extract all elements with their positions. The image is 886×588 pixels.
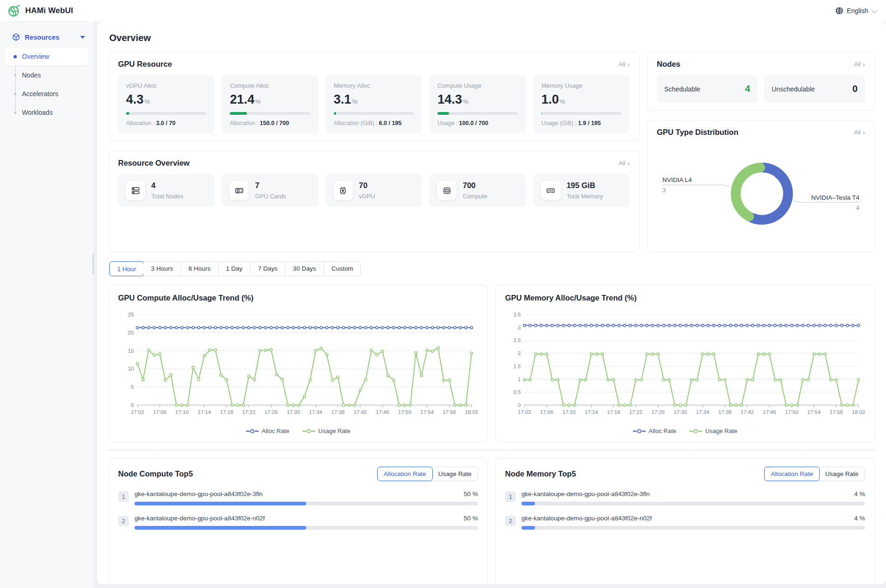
- chevron-right-icon: ›: [627, 61, 630, 68]
- progress-track: [230, 112, 310, 115]
- progress-track: [134, 526, 478, 530]
- allocation-rate-toggle[interactable]: Allocation Rate: [764, 467, 820, 481]
- progress-fill: [334, 112, 336, 115]
- gpu-memory-trend-card: GPU Memory Alloc/Usage Trend (%) 00.511.…: [495, 285, 875, 442]
- svg-text:17:22: 17:22: [629, 409, 642, 415]
- rank-badge: 2: [505, 516, 516, 526]
- sidebar-item-nodes[interactable]: Nodes: [5, 66, 89, 84]
- legend-item[interactable]: Usage Rate: [689, 427, 738, 434]
- svg-text:17:54: 17:54: [808, 409, 821, 415]
- overview-tile-compute: 700 Compute: [429, 174, 526, 207]
- svg-text:17:46: 17:46: [376, 409, 389, 415]
- svg-text:3: 3: [518, 325, 520, 330]
- node-compute-top5-card: Node Compute Top5 Allocation Rate Usage …: [108, 458, 488, 584]
- top5-row: 2 gke-kantaloupe-demo-gpu-pool-a843f02e-…: [505, 515, 865, 530]
- donut-slice-0[interactable]: [752, 168, 788, 220]
- all-label: All: [854, 61, 861, 68]
- svg-text:20: 20: [128, 330, 134, 336]
- gpu-type-all-link[interactable]: All ›: [854, 129, 865, 136]
- chevron-right-icon: ›: [627, 160, 630, 167]
- usage-rate-toggle[interactable]: Usage Rate: [432, 467, 478, 481]
- sidebar-item-label: Workloads: [22, 109, 53, 116]
- svg-text:17:10: 17:10: [176, 409, 189, 415]
- progress-track: [541, 112, 622, 115]
- svg-text:17:10: 17:10: [563, 409, 576, 415]
- sidebar-item-overview[interactable]: Overview: [5, 48, 89, 65]
- tab-6-hours[interactable]: 6 Hours: [181, 262, 218, 276]
- chevron-down-icon: [872, 7, 878, 13]
- stat-detail: Allocation :150.0 / 700: [230, 120, 310, 126]
- tab-30-days[interactable]: 30 Days: [285, 262, 324, 276]
- tab-custom[interactable]: Custom: [324, 262, 361, 276]
- stat-detail: Usage :100.0 / 700: [437, 120, 518, 126]
- memory-rate-toggle: Allocation Rate Usage Rate: [764, 467, 865, 481]
- svg-text:25: 25: [128, 312, 134, 317]
- donut-value: 3: [662, 187, 666, 194]
- overview-value: 4: [151, 181, 183, 190]
- svg-text:5: 5: [131, 384, 134, 390]
- caret-down-icon: [80, 36, 85, 39]
- legend-item[interactable]: Alloc Rate: [246, 427, 289, 434]
- donut-value: 4: [856, 204, 859, 211]
- sidebar-item-label: Overview: [22, 53, 49, 60]
- stat-detail: Allocation (GiB) :6.0 / 195: [334, 120, 414, 126]
- progress-fill: [437, 112, 449, 115]
- gpu-resource-card: GPU Resource All › vGPU Alloc 4.3% Alloc…: [108, 52, 640, 141]
- brand: HAMi WebUI: [7, 4, 73, 17]
- legend-item[interactable]: Alloc Rate: [633, 427, 676, 434]
- overview-value: 195 GiB: [567, 181, 603, 190]
- resource-overview-tiles: 4 Total Nodes 7 GPU Cards: [118, 174, 630, 207]
- svg-text:17:06: 17:06: [153, 409, 166, 415]
- language-selector[interactable]: English: [835, 7, 876, 15]
- tab-1-hour[interactable]: 1 Hour: [109, 261, 144, 276]
- svg-text:0: 0: [518, 402, 520, 408]
- svg-text:1: 1: [518, 377, 520, 382]
- overview-label: vGPU: [359, 193, 375, 200]
- card-title: GPU Type Distribution: [657, 128, 738, 137]
- globe-icon: [835, 7, 844, 15]
- schedulable-label: Schedulable: [664, 85, 700, 93]
- tab-1-day[interactable]: 1 Day: [218, 262, 250, 276]
- sidebar-item-accelerators[interactable]: Accelerators: [5, 85, 89, 103]
- rank-badge: 1: [118, 491, 129, 502]
- sidebar-item-workloads[interactable]: Workloads: [5, 104, 89, 121]
- allocation-rate-toggle[interactable]: Allocation Rate: [377, 467, 433, 481]
- progress-fill: [134, 502, 306, 505]
- overview-tile-vgpu: 70 vGPU: [326, 174, 422, 207]
- sidebar-section-resources[interactable]: Resources: [0, 28, 93, 46]
- gpu-compute-trend-chart: 051015202517:0217:0617:1017:1417:1817:22…: [118, 307, 478, 423]
- total-nodes-icon: [126, 181, 145, 200]
- overview-tile-total-memory: 195 GiB Total Memory: [534, 174, 630, 207]
- page-title: Overview: [109, 33, 875, 43]
- legend-item[interactable]: Usage Rate: [302, 427, 351, 434]
- card-title: Resource Overview: [118, 159, 190, 168]
- svg-text:17:38: 17:38: [331, 409, 345, 415]
- schedulable-tile: Schedulable 4: [657, 75, 758, 103]
- progress-fill: [126, 112, 129, 115]
- overview-value: 7: [255, 181, 286, 190]
- card-title: GPU Resource: [118, 60, 172, 69]
- gpu-resource-all-link[interactable]: All ›: [619, 61, 630, 68]
- usage-rate-toggle[interactable]: Usage Rate: [819, 467, 865, 481]
- progress-fill: [541, 112, 542, 115]
- card-title: Node Compute Top5: [118, 469, 193, 478]
- svg-text:17:58: 17:58: [830, 409, 843, 415]
- stat-label: Compute Alloc: [230, 82, 310, 89]
- svg-text:17:18: 17:18: [220, 409, 233, 415]
- resource-overview-all-link[interactable]: All ›: [619, 160, 630, 167]
- unschedulable-label: Unschedulable: [772, 85, 815, 93]
- sidebar-collapse-handle[interactable]: [92, 254, 94, 274]
- all-label: All: [854, 129, 861, 136]
- nodes-all-link[interactable]: All ›: [854, 61, 865, 68]
- tab-7-days[interactable]: 7 Days: [250, 262, 285, 276]
- stat-value: 21.4%: [230, 93, 310, 106]
- node-name: gke-kantaloupe-demo-gpu-pool-a843f02e-3f…: [134, 490, 263, 497]
- svg-text:17:54: 17:54: [421, 409, 434, 415]
- gpu-resource-stats: vGPU Alloc 4.3% Allocation :3.0 / 70 Com…: [118, 75, 630, 133]
- overview-label: Compute: [463, 193, 487, 200]
- tab-3-hours[interactable]: 3 Hours: [144, 262, 181, 276]
- donut-slice-1[interactable]: [736, 168, 760, 217]
- svg-text:17:46: 17:46: [763, 409, 776, 415]
- top5-row: 1 gke-kantaloupe-demo-gpu-pool-a843f02e-…: [505, 490, 865, 505]
- gpu-cards-icon: [229, 181, 249, 200]
